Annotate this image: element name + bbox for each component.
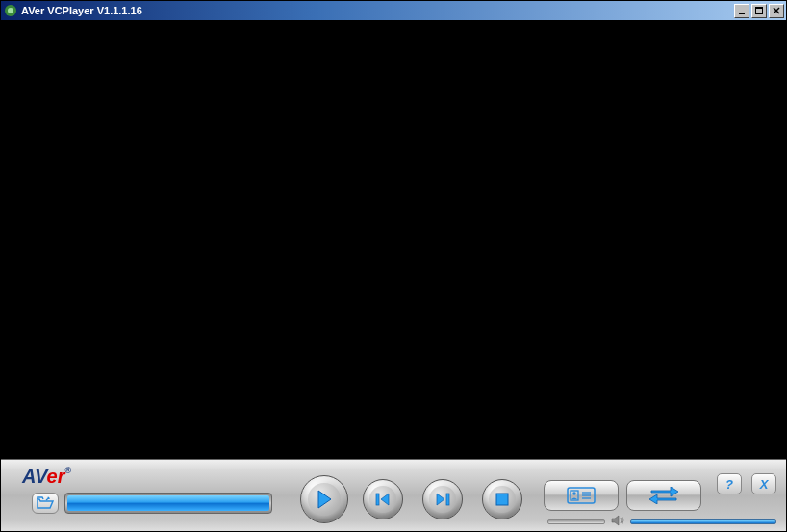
minimize-button[interactable]	[734, 4, 749, 18]
logo-tm: ®	[64, 466, 71, 475]
logo-prefix: AV	[22, 466, 47, 487]
skip-next-icon	[429, 486, 456, 513]
close-x-icon: X	[760, 477, 769, 492]
svg-point-12	[572, 492, 575, 494]
brand-logo: AVer®	[22, 466, 71, 488]
window-controls	[734, 4, 784, 18]
help-icon: ?	[725, 477, 733, 492]
control-panel: AVer®	[1, 459, 786, 531]
video-display-area[interactable]	[1, 20, 786, 459]
exit-button[interactable]: X	[751, 473, 776, 494]
svg-rect-2	[739, 13, 745, 14]
previous-button[interactable]	[363, 479, 403, 519]
play-button[interactable]	[300, 475, 348, 523]
stop-icon	[489, 486, 516, 513]
swap-arrows-icon	[647, 487, 680, 504]
playback-progress-bar[interactable]	[64, 493, 272, 514]
logo-accent: er	[47, 466, 65, 487]
open-file-button[interactable]	[32, 493, 59, 514]
contact-card-button[interactable]	[544, 480, 619, 511]
swap-button[interactable]	[626, 480, 701, 511]
secondary-track[interactable]	[547, 519, 605, 524]
next-button[interactable]	[422, 479, 463, 519]
speaker-icon[interactable]	[611, 515, 624, 526]
folder-open-icon	[37, 496, 54, 510]
play-icon	[308, 483, 341, 516]
titlebar[interactable]: AVer VCPlayer V1.1.1.16	[1, 1, 786, 20]
help-button[interactable]: ?	[717, 473, 742, 494]
contact-card-icon	[567, 487, 596, 504]
svg-rect-9	[496, 494, 508, 505]
progress-fill	[67, 495, 269, 511]
svg-rect-7	[376, 494, 379, 505]
stop-button[interactable]	[482, 479, 522, 519]
maximize-button[interactable]	[751, 4, 767, 18]
window-title: AVer VCPlayer V1.1.1.16	[21, 5, 734, 16]
close-button[interactable]	[769, 4, 784, 18]
app-window: AVer VCPlayer V1.1.1.16 AVer®	[0, 0, 787, 532]
svg-rect-4	[755, 7, 763, 9]
skip-previous-icon	[369, 486, 396, 513]
volume-slider[interactable]	[630, 519, 776, 524]
app-icon	[3, 3, 18, 18]
svg-rect-8	[446, 494, 449, 505]
svg-point-1	[8, 8, 13, 13]
